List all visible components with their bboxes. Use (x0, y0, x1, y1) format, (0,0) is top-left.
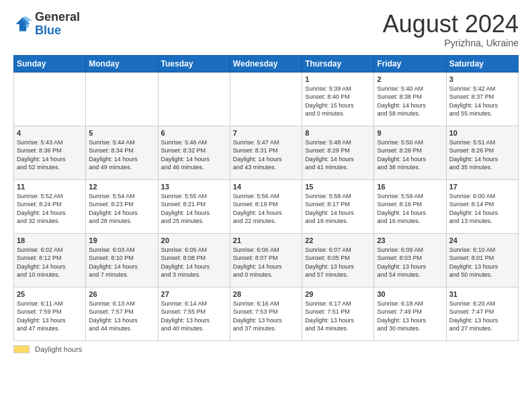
day-info: Sunrise: 6:05 AM Sunset: 8:08 PM Dayligh… (161, 246, 227, 279)
page: General Blue August 2024 Pyrizhna, Ukrai… (0, 0, 532, 411)
calendar-table: SundayMondayTuesdayWednesdayThursdayFrid… (13, 55, 519, 341)
header: General Blue August 2024 Pyrizhna, Ukrai… (13, 11, 519, 48)
day-info: Sunrise: 6:14 AM Sunset: 7:55 PM Dayligh… (161, 300, 227, 333)
logo-general: General (35, 10, 80, 24)
calendar-header: SundayMondayTuesdayWednesdayThursdayFrid… (14, 55, 519, 72)
day-number: 13 (161, 183, 227, 191)
day-info: Sunrise: 5:52 AM Sunset: 8:24 PM Dayligh… (17, 192, 83, 226)
day-cell: 22Sunrise: 6:07 AM Sunset: 8:05 PM Dayli… (302, 233, 374, 287)
day-info: Sunrise: 5:54 AM Sunset: 8:23 PM Dayligh… (89, 192, 154, 226)
day-info: Sunrise: 5:50 AM Sunset: 8:28 PM Dayligh… (377, 138, 443, 172)
day-cell: 30Sunrise: 6:18 AM Sunset: 7:49 PM Dayli… (374, 287, 446, 340)
day-number: 15 (305, 183, 371, 191)
day-info: Sunrise: 6:13 AM Sunset: 7:57 PM Dayligh… (89, 300, 154, 333)
day-info: Sunrise: 5:56 AM Sunset: 8:19 PM Dayligh… (233, 192, 299, 226)
day-cell: 13Sunrise: 5:55 AM Sunset: 8:21 PM Dayli… (158, 179, 230, 233)
day-number: 14 (233, 183, 299, 191)
day-info: Sunrise: 6:16 AM Sunset: 7:53 PM Dayligh… (233, 300, 299, 333)
day-number: 9 (377, 129, 443, 137)
day-cell: 26Sunrise: 6:13 AM Sunset: 7:57 PM Dayli… (86, 287, 158, 340)
day-number: 23 (377, 236, 443, 244)
logo-blue: Blue (35, 24, 61, 37)
day-info: Sunrise: 5:46 AM Sunset: 8:32 PM Dayligh… (161, 138, 227, 172)
logo: General Blue (13, 11, 80, 38)
day-cell: 16Sunrise: 5:59 AM Sunset: 8:16 PM Dayli… (374, 179, 446, 233)
day-cell: 8Sunrise: 5:48 AM Sunset: 8:29 PM Daylig… (302, 126, 374, 179)
day-cell: 31Sunrise: 6:20 AM Sunset: 7:47 PM Dayli… (446, 287, 518, 340)
day-cell: 12Sunrise: 5:54 AM Sunset: 8:23 PM Dayli… (86, 179, 158, 233)
day-info: Sunrise: 5:48 AM Sunset: 8:29 PM Dayligh… (305, 138, 371, 172)
header-cell-wednesday: Wednesday (230, 55, 302, 72)
day-number: 1 (305, 75, 371, 83)
week-row-3: 18Sunrise: 6:02 AM Sunset: 8:12 PM Dayli… (14, 233, 519, 287)
day-info: Sunrise: 6:06 AM Sunset: 8:07 PM Dayligh… (233, 246, 299, 279)
day-cell: 24Sunrise: 6:10 AM Sunset: 8:01 PM Dayli… (446, 233, 518, 287)
day-number: 7 (233, 129, 299, 137)
day-number: 2 (377, 75, 443, 83)
day-cell: 18Sunrise: 6:02 AM Sunset: 8:12 PM Dayli… (14, 233, 86, 287)
day-cell: 11Sunrise: 5:52 AM Sunset: 8:24 PM Dayli… (14, 179, 86, 233)
day-cell: 23Sunrise: 6:09 AM Sunset: 8:03 PM Dayli… (374, 233, 446, 287)
day-info: Sunrise: 6:20 AM Sunset: 7:47 PM Dayligh… (449, 300, 515, 333)
day-info: Sunrise: 5:39 AM Sunset: 8:40 PM Dayligh… (305, 85, 371, 118)
day-number: 26 (89, 290, 154, 298)
day-number: 16 (377, 183, 443, 191)
day-info: Sunrise: 6:07 AM Sunset: 8:05 PM Dayligh… (305, 246, 371, 279)
day-cell: 25Sunrise: 6:11 AM Sunset: 7:59 PM Dayli… (14, 287, 86, 340)
day-number: 3 (449, 75, 515, 83)
day-cell: 14Sunrise: 5:56 AM Sunset: 8:19 PM Dayli… (230, 179, 302, 233)
week-row-1: 4Sunrise: 5:43 AM Sunset: 8:36 PM Daylig… (14, 126, 519, 179)
day-number: 31 (449, 290, 515, 298)
day-number: 20 (161, 236, 227, 244)
month-title: August 2024 (383, 11, 519, 38)
day-cell: 17Sunrise: 6:00 AM Sunset: 8:14 PM Dayli… (446, 179, 518, 233)
day-info: Sunrise: 6:09 AM Sunset: 8:03 PM Dayligh… (377, 246, 443, 279)
day-info: Sunrise: 5:58 AM Sunset: 8:17 PM Dayligh… (305, 192, 371, 226)
day-cell: 21Sunrise: 6:06 AM Sunset: 8:07 PM Dayli… (230, 233, 302, 287)
header-cell-saturday: Saturday (446, 55, 518, 72)
daylight-legend-box (13, 345, 30, 353)
week-row-0: 1Sunrise: 5:39 AM Sunset: 8:40 PM Daylig… (14, 72, 519, 126)
day-cell: 27Sunrise: 6:14 AM Sunset: 7:55 PM Dayli… (158, 287, 230, 340)
location: Pyrizhna, Ukraine (383, 38, 519, 48)
logo-icon (13, 15, 32, 34)
day-cell: 1Sunrise: 5:39 AM Sunset: 8:40 PM Daylig… (302, 72, 374, 126)
day-number: 27 (161, 290, 227, 298)
header-cell-thursday: Thursday (302, 55, 374, 72)
day-cell: 6Sunrise: 5:46 AM Sunset: 8:32 PM Daylig… (158, 126, 230, 179)
day-number: 21 (233, 236, 299, 244)
day-info: Sunrise: 5:44 AM Sunset: 8:34 PM Dayligh… (89, 138, 154, 172)
day-info: Sunrise: 5:59 AM Sunset: 8:16 PM Dayligh… (377, 192, 443, 226)
day-info: Sunrise: 5:55 AM Sunset: 8:21 PM Dayligh… (161, 192, 227, 226)
day-number: 6 (161, 129, 227, 137)
day-cell: 5Sunrise: 5:44 AM Sunset: 8:34 PM Daylig… (86, 126, 158, 179)
day-number: 19 (89, 236, 154, 244)
day-info: Sunrise: 6:17 AM Sunset: 7:51 PM Dayligh… (305, 300, 371, 333)
day-cell (158, 72, 230, 126)
day-info: Sunrise: 5:43 AM Sunset: 8:36 PM Dayligh… (17, 138, 83, 172)
day-cell: 7Sunrise: 5:47 AM Sunset: 8:31 PM Daylig… (230, 126, 302, 179)
day-number: 30 (377, 290, 443, 298)
day-number: 4 (17, 129, 83, 137)
day-cell: 10Sunrise: 5:51 AM Sunset: 8:26 PM Dayli… (446, 126, 518, 179)
week-row-4: 25Sunrise: 6:11 AM Sunset: 7:59 PM Dayli… (14, 287, 519, 340)
day-number: 22 (305, 236, 371, 244)
day-number: 29 (305, 290, 371, 298)
header-cell-sunday: Sunday (14, 55, 86, 72)
day-info: Sunrise: 5:42 AM Sunset: 8:37 PM Dayligh… (449, 85, 515, 118)
day-cell: 15Sunrise: 5:58 AM Sunset: 8:17 PM Dayli… (302, 179, 374, 233)
footer: Daylight hours (13, 345, 519, 353)
day-cell: 2Sunrise: 5:40 AM Sunset: 8:38 PM Daylig… (374, 72, 446, 126)
header-cell-monday: Monday (86, 55, 158, 72)
day-cell: 20Sunrise: 6:05 AM Sunset: 8:08 PM Dayli… (158, 233, 230, 287)
day-cell (14, 72, 86, 126)
day-info: Sunrise: 6:03 AM Sunset: 8:10 PM Dayligh… (89, 246, 154, 279)
day-number: 24 (449, 236, 515, 244)
day-info: Sunrise: 6:11 AM Sunset: 7:59 PM Dayligh… (17, 300, 83, 333)
day-cell: 4Sunrise: 5:43 AM Sunset: 8:36 PM Daylig… (14, 126, 86, 179)
day-number: 11 (17, 183, 83, 191)
header-cell-tuesday: Tuesday (158, 55, 230, 72)
day-info: Sunrise: 5:47 AM Sunset: 8:31 PM Dayligh… (233, 138, 299, 172)
day-info: Sunrise: 6:10 AM Sunset: 8:01 PM Dayligh… (449, 246, 515, 279)
header-row: SundayMondayTuesdayWednesdayThursdayFrid… (14, 55, 519, 72)
